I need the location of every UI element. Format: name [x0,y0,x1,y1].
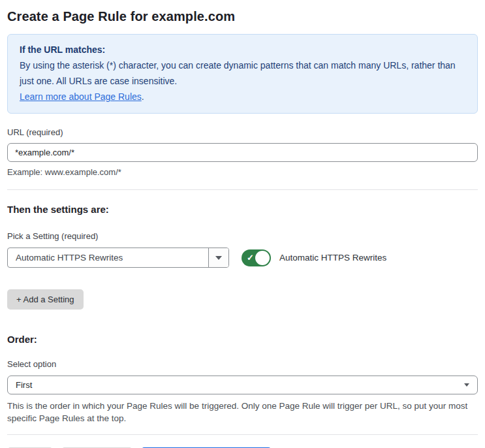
toggle-knob [255,251,270,265]
toggle-label: Automatic HTTPS Rewrites [279,253,386,263]
order-select[interactable]: First [7,376,478,394]
check-icon: ✓ [247,253,254,262]
url-example-helper: Example: www.example.com/* [7,167,478,177]
chevron-down-icon [215,256,222,260]
link-period: . [142,91,144,102]
info-box-body-text: By using the asterisk (*) character, you… [20,60,456,86]
order-section-heading: Order: [7,334,478,345]
setting-dropdown-arrow-button[interactable] [208,248,228,267]
order-helper-text: This is the order in which your Page Rul… [7,400,475,424]
setting-dropdown[interactable]: Automatic HTTPS Rewrites [7,248,229,268]
pick-setting-label: Pick a Setting (required) [7,231,478,241]
setting-dropdown-value: Automatic HTTPS Rewrites [8,248,208,267]
https-rewrites-toggle[interactable]: ✓ [242,249,271,266]
section-divider [7,189,478,190]
create-page-rule-form: Create a Page Rule for example.com If th… [0,0,485,448]
setting-row: Automatic HTTPS Rewrites ✓ Automatic HTT… [7,248,478,268]
info-box-body: By using the asterisk (*) character, you… [20,57,465,89]
footer-divider [7,434,478,435]
settings-section-heading: Then the settings are: [7,204,478,215]
learn-more-link[interactable]: Learn more about Page Rules [20,91,142,102]
page-title: Create a Page Rule for example.com [7,9,478,24]
url-input[interactable] [7,143,478,162]
select-option-label: Select option [7,359,478,369]
info-box-heading: If the URL matches: [20,42,465,57]
add-setting-button[interactable]: + Add a Setting [7,289,84,310]
select-caret-icon [464,383,469,387]
info-box-link-line: Learn more about Page Rules. [20,89,465,104]
url-field-label: URL (required) [7,127,478,137]
order-select-value: First [16,380,464,390]
url-matches-info-box: If the URL matches: By using the asteris… [7,34,478,114]
